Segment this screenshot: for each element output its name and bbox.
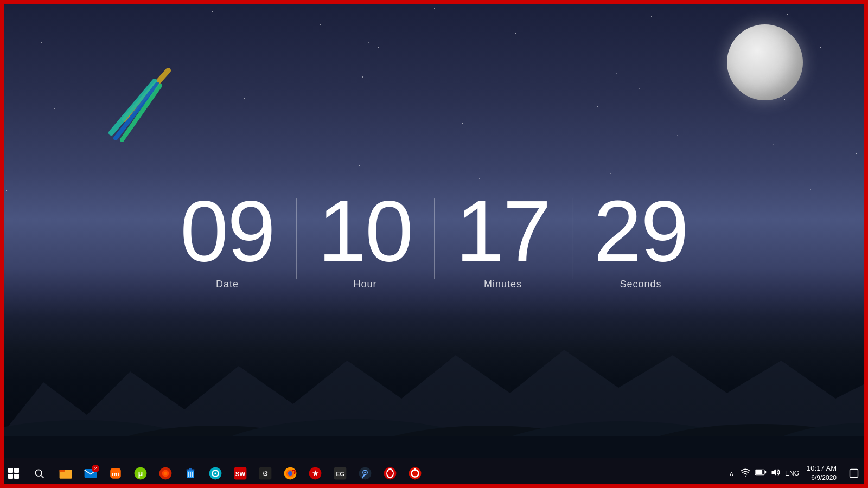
clock-seconds-value: 29 xyxy=(593,188,688,274)
star xyxy=(359,165,360,166)
tray-battery-icon[interactable] xyxy=(755,468,767,478)
taskbar-mi[interactable]: mi xyxy=(104,461,127,485)
star xyxy=(6,190,7,191)
taskbar-sw[interactable]: SW xyxy=(228,461,252,485)
clock-hour-value: 10 xyxy=(318,188,412,274)
mail-badge: 2 xyxy=(92,465,99,472)
start-button[interactable] xyxy=(0,458,27,488)
star xyxy=(165,25,165,26)
tray-overflow[interactable]: ∧ xyxy=(727,470,736,477)
star xyxy=(787,14,788,15)
svg-line-2 xyxy=(116,84,157,138)
svg-text:SW: SW xyxy=(235,470,246,477)
star xyxy=(764,87,764,87)
taskbar-search-button[interactable] xyxy=(27,461,51,485)
svg-rect-54 xyxy=(387,472,393,474)
svg-text:mi: mi xyxy=(112,470,119,477)
taskbar-dark-app[interactable]: ⚙ xyxy=(253,461,277,485)
taskbar-red-app[interactable]: ★ xyxy=(303,461,327,485)
taskbar-clock[interactable]: 10:17 AM 6/9/2020 xyxy=(803,464,840,483)
star xyxy=(212,11,213,12)
svg-rect-16 xyxy=(14,474,19,479)
taskbar-clock-time: 10:17 AM xyxy=(807,464,837,473)
svg-rect-15 xyxy=(8,474,13,479)
clock-hour-section: 10 Hour xyxy=(296,188,434,290)
taskbar-app-cyan[interactable] xyxy=(203,461,227,485)
star xyxy=(676,72,676,73)
star xyxy=(369,57,369,57)
star xyxy=(616,73,617,74)
notification-center-button[interactable] xyxy=(844,464,864,483)
star xyxy=(253,143,254,143)
star xyxy=(610,173,610,174)
svg-rect-60 xyxy=(756,470,763,474)
star xyxy=(362,76,362,77)
star xyxy=(356,203,357,203)
mountains xyxy=(0,339,868,458)
star xyxy=(462,123,463,124)
svg-point-51 xyxy=(364,471,366,473)
svg-rect-14 xyxy=(14,468,19,473)
taskbar-opera[interactable] xyxy=(378,461,402,485)
star xyxy=(59,33,60,33)
star xyxy=(320,24,321,25)
logo-streaks xyxy=(95,54,203,146)
star xyxy=(54,108,55,109)
taskbar-app-icons: 2 mi μ xyxy=(51,461,723,485)
star xyxy=(363,107,363,107)
svg-rect-12 xyxy=(0,436,868,458)
clock-minutes-section: 17 Minutes xyxy=(434,188,572,290)
star xyxy=(651,16,652,17)
svg-text:EG: EG xyxy=(336,470,344,477)
star xyxy=(646,163,646,164)
clock-widget: 09 Date 10 Hour 17 Minutes 29 Seconds xyxy=(158,188,710,290)
taskbar-mail[interactable]: 2 xyxy=(79,461,103,485)
tray-volume-icon[interactable] xyxy=(771,467,781,479)
svg-point-37 xyxy=(214,472,216,474)
star xyxy=(732,43,733,44)
moon xyxy=(727,24,803,100)
star xyxy=(820,47,821,48)
svg-text:★: ★ xyxy=(312,468,319,477)
star xyxy=(561,74,562,74)
star xyxy=(597,106,598,107)
taskbar-epic-games[interactable]: EG xyxy=(328,461,352,485)
taskbar-tray: ∧ ENG xyxy=(723,464,868,483)
star xyxy=(290,60,290,61)
language-indicator[interactable]: ENG xyxy=(785,470,799,477)
star xyxy=(814,81,814,82)
taskbar-last-app[interactable] xyxy=(403,461,427,485)
clock-hour-label: Hour xyxy=(354,279,377,290)
svg-point-58 xyxy=(745,475,746,476)
taskbar-browser-red[interactable] xyxy=(154,461,177,485)
star xyxy=(48,172,48,173)
star xyxy=(515,33,516,34)
svg-marker-62 xyxy=(772,469,776,476)
star xyxy=(378,47,379,48)
clock-seconds-label: Seconds xyxy=(620,279,661,290)
clock-date-section: 09 Date xyxy=(158,188,296,290)
star xyxy=(580,60,581,60)
taskbar-firefox[interactable] xyxy=(278,461,302,485)
taskbar-file-explorer[interactable] xyxy=(54,461,78,485)
star xyxy=(677,135,678,136)
svg-rect-13 xyxy=(8,468,13,473)
taskbar-recycle-bin[interactable] xyxy=(178,461,202,485)
svg-rect-61 xyxy=(765,471,766,473)
taskbar-steam[interactable] xyxy=(353,461,377,485)
svg-text:μ: μ xyxy=(138,468,143,477)
svg-point-44 xyxy=(288,471,292,475)
tray-wifi-icon[interactable] xyxy=(741,467,750,479)
clock-date-value: 09 xyxy=(180,188,275,274)
svg-point-17 xyxy=(35,470,42,476)
clock-minutes-value: 17 xyxy=(456,188,550,274)
clock-date-label: Date xyxy=(216,279,239,290)
svg-rect-63 xyxy=(850,469,858,477)
svg-text:⚙: ⚙ xyxy=(262,469,269,477)
clock-seconds-section: 29 Seconds xyxy=(572,188,710,290)
star xyxy=(407,119,407,120)
taskbar-clock-date: 6/9/2020 xyxy=(811,473,837,483)
star xyxy=(434,8,435,9)
star xyxy=(41,42,42,43)
taskbar-utorrent[interactable]: μ xyxy=(129,461,152,485)
